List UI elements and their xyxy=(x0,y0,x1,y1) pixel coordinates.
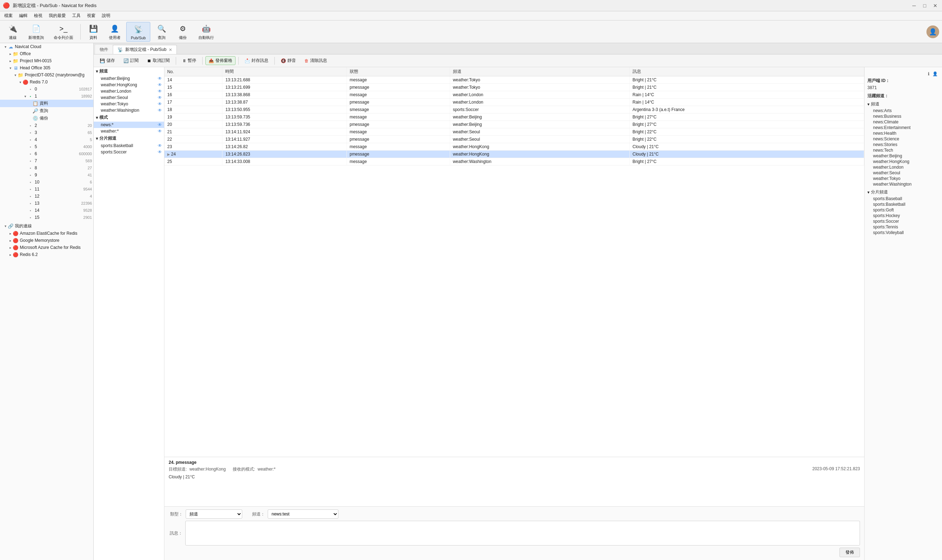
menu-item-我的最愛[interactable]: 我的最愛 xyxy=(46,12,69,20)
mute-button[interactable]: 🔇 靜音 xyxy=(277,56,299,65)
sidebar-item-db7[interactable]: ▪ 7 569 xyxy=(0,157,93,165)
channel-item-london[interactable]: weather:London 👁 xyxy=(94,88,164,94)
sidebar-item-memorystore[interactable]: ▸ 🔴 Google Memorystore xyxy=(0,237,93,244)
toolbar-btn-pubsub[interactable]: 📡Pub/Sub xyxy=(126,22,150,42)
toolbar-btn-autorun[interactable]: 🤖自動執行 xyxy=(194,22,218,42)
clear-button[interactable]: 🗑 清除訊息 xyxy=(301,56,330,65)
sidebar-item-db0[interactable]: ▪ 0 102817 xyxy=(0,86,93,92)
sidebar-item-office[interactable]: ▸ 📁 Office xyxy=(0,50,93,57)
sidebar-item-data-node[interactable]: 📋 資料 xyxy=(0,100,93,107)
menu-item-檢視[interactable]: 檢視 xyxy=(31,12,45,20)
sidebar-item-db10[interactable]: ▪ 10 6 xyxy=(0,178,93,186)
shard-section-header[interactable]: ▾ 分片頻道 xyxy=(94,134,164,143)
sidebar-item-project-dt[interactable]: ▾ 📁 ProjectDT-0052 (marybrown@g xyxy=(0,71,93,78)
sidebar-item-project-mh[interactable]: ▸ 📁 Project MH-0015 xyxy=(0,57,93,65)
close-button[interactable]: ✕ xyxy=(931,2,939,9)
table-row[interactable]: 2213:14:11.927pmessageweather:SeoulBrigh… xyxy=(165,136,864,143)
eye-icon-soccer[interactable]: 👁 xyxy=(158,149,162,154)
sidebar-item-redis7[interactable]: ▾ 🔴 Redis 7.0 xyxy=(0,78,93,86)
channel-item-beijing[interactable]: weather:Beijing 👁 xyxy=(94,75,164,82)
publish-window-button[interactable]: 📤 發佈窗格 xyxy=(205,56,236,65)
table-row[interactable]: 1413:13:21.688messageweather:TokyoBright… xyxy=(165,76,864,84)
menu-item-工具[interactable]: 工具 xyxy=(69,12,83,20)
table-row[interactable]: 1513:13:21.699pmessageweather:TokyoBrigh… xyxy=(165,84,864,91)
sidebar-item-elasticache[interactable]: ▸ 🔴 Amazon ElastiCache for Redis xyxy=(0,230,93,237)
table-row[interactable]: 2113:14:11.924messageweather:SeoulBright… xyxy=(165,128,864,136)
table-row[interactable]: ▶ 2413:14:26.823pmessageweather:HongKong… xyxy=(165,151,864,158)
toolbar-btn-new-query[interactable]: 📄新增查詢 xyxy=(24,22,48,42)
eye-icon-news[interactable]: 👁 xyxy=(158,122,162,127)
toolbar-btn-terminal[interactable]: >_命令列介面 xyxy=(49,22,77,42)
menu-item-檔案[interactable]: 檔案 xyxy=(2,12,15,20)
tab-object[interactable]: 物件 xyxy=(95,45,113,54)
sidebar-item-redis62[interactable]: ▸ 🔴 Redis 6.2 xyxy=(0,251,93,258)
channel-item-washington[interactable]: weather:Washington 👁 xyxy=(94,107,164,114)
sidebar-item-backup-node[interactable]: 💿 備份 xyxy=(0,115,93,122)
toolbar-btn-data[interactable]: 💾資料 xyxy=(83,22,103,42)
sidebar-item-query-node[interactable]: 🔎 查詢 xyxy=(0,107,93,115)
pattern-item-weather[interactable]: weather:* 👁 xyxy=(94,128,164,134)
tab-close-button[interactable]: ✕ xyxy=(169,48,172,52)
channel-select[interactable]: news:test weather:Beijing weather:HongKo… xyxy=(268,509,339,518)
channel-item-hongkong[interactable]: weather:HongKong 👁 xyxy=(94,82,164,88)
eye-icon-washington[interactable]: 👁 xyxy=(158,108,162,113)
sidebar-item-db13[interactable]: ▪ 13 22396 xyxy=(0,200,93,207)
toolbar-btn-connect[interactable]: 🔌連線 xyxy=(3,22,23,42)
save-button[interactable]: 💾 儲存 xyxy=(97,56,118,65)
table-row[interactable]: 1913:13:59.735messageweather:BeijingBrig… xyxy=(165,114,864,121)
table-row[interactable]: 1813:13:50.955smessagesports:SoccerArgen… xyxy=(165,106,864,114)
sidebar-item-db5[interactable]: ▪ 5 4000 xyxy=(0,143,93,150)
user-avatar[interactable]: 👤 xyxy=(927,25,939,38)
maximize-button[interactable]: □ xyxy=(921,2,928,9)
sidebar-item-head-office[interactable]: ▾ 🖥 Head Office 305 xyxy=(0,65,93,71)
sidebar-item-db3[interactable]: ▪ 3 65 xyxy=(0,129,93,136)
table-row[interactable]: 2313:14:26.82messageweather:HongKongClou… xyxy=(165,143,864,151)
shard-item-basketball[interactable]: sports:Basketball 👁 xyxy=(94,143,164,149)
sidebar-item-db9[interactable]: ▪ 9 41 xyxy=(0,171,93,178)
sidebar-item-db8[interactable]: ▪ 8 27 xyxy=(0,165,93,171)
menu-item-說明[interactable]: 說明 xyxy=(99,12,113,20)
table-row[interactable]: 1713:13:38.87pmessageweather:LondonRain … xyxy=(165,98,864,106)
eye-icon-tokyo[interactable]: 👁 xyxy=(158,102,162,106)
pattern-section-header[interactable]: ▾ 模式 xyxy=(94,114,164,122)
eye-icon-basketball[interactable]: 👁 xyxy=(158,143,162,148)
rp-channel-section-header[interactable]: ▾ 頻道 xyxy=(867,100,939,108)
shard-item-soccer[interactable]: sports:Soccer 👁 xyxy=(94,149,164,155)
save-message-button[interactable]: 📩 封存訊息 xyxy=(242,56,272,65)
table-row[interactable]: 1613:13:38.868messageweather:LondonRain … xyxy=(165,91,864,98)
eye-icon-london[interactable]: 👁 xyxy=(158,89,162,94)
sidebar-item-db1[interactable]: ▾ ▪ 1 18992 xyxy=(0,92,93,100)
sidebar-item-db4[interactable]: ▪ 4 5 xyxy=(0,136,93,143)
menu-item-編輯[interactable]: 編輯 xyxy=(16,12,31,20)
pattern-item-news[interactable]: news:* 👁 xyxy=(94,122,164,128)
channel-item-seoul[interactable]: weather:Seoul 👁 xyxy=(94,94,164,101)
subscribe-button[interactable]: 🔄 訂閱 xyxy=(120,56,142,65)
info-icon[interactable]: ℹ xyxy=(928,71,930,76)
table-row[interactable]: 2013:13:59.736pmessageweather:BeijingBri… xyxy=(165,121,864,128)
sidebar-item-navicat-cloud[interactable]: ▾ ☁ Navicat Cloud xyxy=(0,43,93,50)
unsubscribe-button[interactable]: ⏹ 取消訂閱 xyxy=(144,56,173,65)
eye-icon-hongkong[interactable]: 👁 xyxy=(158,82,162,87)
sidebar-item-db2[interactable]: ▪ 2 20 xyxy=(0,122,93,129)
channel-item-tokyo[interactable]: weather:Tokyo 👁 xyxy=(94,101,164,107)
menu-item-視窗[interactable]: 視窗 xyxy=(84,12,98,20)
toolbar-btn-backup[interactable]: ⚙備份 xyxy=(173,22,193,42)
sidebar-item-db6[interactable]: ▪ 6 600000 xyxy=(0,150,93,157)
sidebar-item-db12[interactable]: ▪ 12 4 xyxy=(0,193,93,200)
toolbar-btn-query[interactable]: 🔍查詢 xyxy=(152,22,171,42)
eye-icon-seoul[interactable]: 👁 xyxy=(158,95,162,100)
sidebar-item-db11[interactable]: ▪ 11 9544 xyxy=(0,186,93,193)
minimize-button[interactable]: ─ xyxy=(910,2,918,9)
sidebar-item-db15[interactable]: ▪ 15 2901 xyxy=(0,214,93,221)
tab-pubsub[interactable]: 📡 新增設定檔 - Pub/Sub ✕ xyxy=(113,45,177,54)
table-row[interactable]: 2513:14:33.008messageweather:WashingtonB… xyxy=(165,158,864,165)
message-textarea[interactable] xyxy=(185,521,860,546)
sidebar-item-my-connections[interactable]: ▾ 🔗 我的連線 xyxy=(0,222,93,230)
sidebar-item-azure[interactable]: ▸ 🔴 Microsoft Azure Cache for Redis xyxy=(0,244,93,251)
eye-icon-weather[interactable]: 👁 xyxy=(158,129,162,134)
rp-shard-section-header[interactable]: ▾ 分片頻道 xyxy=(867,188,939,196)
toolbar-btn-user[interactable]: 👤使用者 xyxy=(105,22,125,42)
publish-button[interactable]: 發佈 xyxy=(839,548,860,557)
play-icon[interactable]: ▶ xyxy=(167,152,171,156)
eye-icon-beijing[interactable]: 👁 xyxy=(158,76,162,81)
